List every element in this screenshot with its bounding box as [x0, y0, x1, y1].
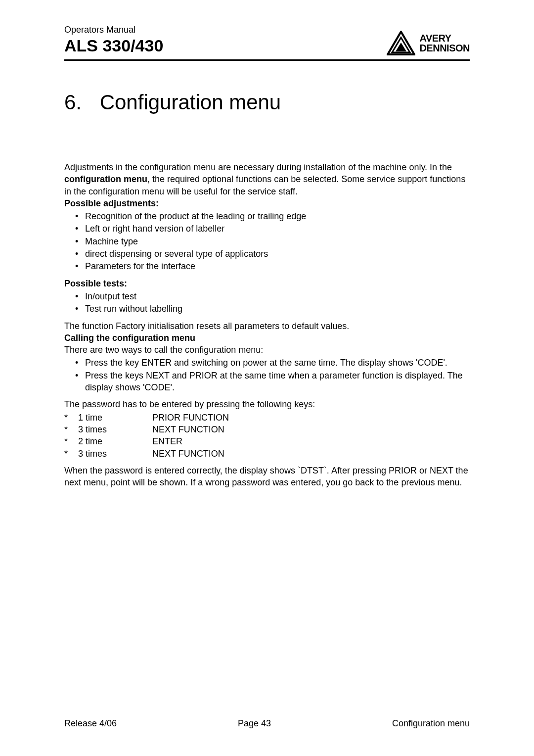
chapter-number: 6. [64, 91, 94, 114]
list-item: direct dispensing or several type of app… [75, 248, 470, 260]
list-item: Parameters for the interface [75, 260, 470, 272]
password-row: * 3 times NEXT FUNCTION [64, 448, 470, 460]
pw-times: 2 time [78, 435, 152, 447]
pw-star: * [64, 448, 78, 460]
intro-bold: configuration menu [64, 174, 147, 184]
page-title: 6. Configuration menu [64, 91, 470, 114]
page-header: Operators Manual ALS 330/430 AVERY DENNI… [64, 25, 470, 61]
password-intro: The password has to be entered by pressi… [64, 398, 470, 410]
password-table: * 1 time PRIOR FUNCTION * 3 times NEXT F… [64, 412, 470, 460]
product-model: ALS 330/430 [64, 36, 163, 55]
list-item: Left or right hand version of labeller [75, 223, 470, 235]
triangle-icon [387, 31, 415, 55]
calling-intro: There are two ways to call the configura… [64, 344, 470, 356]
adjustments-heading: Possible adjustments: [64, 197, 470, 209]
brand-line1: AVERY [419, 33, 470, 43]
intro-part1: Adjustments in the configuration menu ar… [64, 162, 452, 172]
pw-times: 3 times [78, 424, 152, 435]
page-footer: Release 4/06 Page 43 Configuration menu [64, 718, 470, 729]
password-row: * 3 times NEXT FUNCTION [64, 424, 470, 435]
footer-section: Configuration menu [392, 718, 470, 729]
pw-key: NEXT FUNCTION [152, 424, 470, 435]
pw-star: * [64, 435, 78, 447]
list-item: Press the keys NEXT and PRIOR at the sam… [75, 370, 470, 394]
password-row: * 1 time PRIOR FUNCTION [64, 412, 470, 424]
footer-release: Release 4/06 [64, 718, 117, 729]
factory-reset-text: The function Factory initialisation rese… [64, 320, 470, 332]
chapter-title-text: Configuration menu [100, 91, 281, 114]
brand-line2: DENNISON [419, 43, 470, 53]
intro-paragraph: Adjustments in the configuration menu ar… [64, 161, 470, 197]
pw-key: PRIOR FUNCTION [152, 412, 470, 424]
list-item: Press the key ENTER and switching on pow… [75, 357, 470, 369]
closing-paragraph: When the password is entered correctly, … [64, 465, 470, 489]
body-content: Adjustments in the configuration menu ar… [64, 161, 470, 488]
brand-text: AVERY DENNISON [419, 33, 470, 53]
list-item: Test run without labelling [75, 303, 470, 315]
footer-page-number: Page 43 [238, 718, 271, 729]
tests-heading: Possible tests: [64, 278, 470, 289]
calling-list: Press the key ENTER and switching on pow… [64, 357, 470, 393]
pw-star: * [64, 424, 78, 435]
pw-times: 1 time [78, 412, 152, 424]
password-row: * 2 time ENTER [64, 435, 470, 447]
pw-key: NEXT FUNCTION [152, 448, 470, 460]
pw-times: 3 times [78, 448, 152, 460]
brand-logo: AVERY DENNISON [387, 31, 470, 55]
pw-star: * [64, 412, 78, 424]
list-item: Recognition of the product at the leadin… [75, 210, 470, 222]
list-item: In/output test [75, 290, 470, 302]
list-item: Machine type [75, 236, 470, 247]
adjustments-list: Recognition of the product at the leadin… [64, 210, 470, 272]
pw-key: ENTER [152, 435, 470, 447]
manual-type-label: Operators Manual [64, 25, 163, 35]
header-left: Operators Manual ALS 330/430 [64, 25, 163, 55]
calling-heading: Calling the configuration menu [64, 332, 470, 344]
tests-list: In/output test Test run without labellin… [64, 290, 470, 315]
